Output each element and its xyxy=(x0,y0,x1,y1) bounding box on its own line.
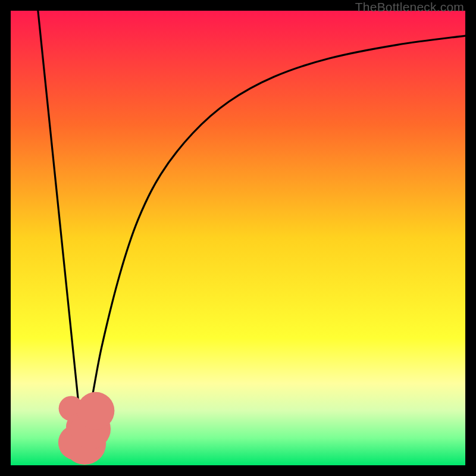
bottleneck-chart xyxy=(11,11,465,465)
marker-dot xyxy=(77,392,114,430)
chart-frame: TheBottleneck.com xyxy=(0,0,476,476)
plot-area xyxy=(11,11,465,465)
svg-rect-0 xyxy=(11,11,465,465)
watermark-text: TheBottleneck.com xyxy=(355,0,464,14)
